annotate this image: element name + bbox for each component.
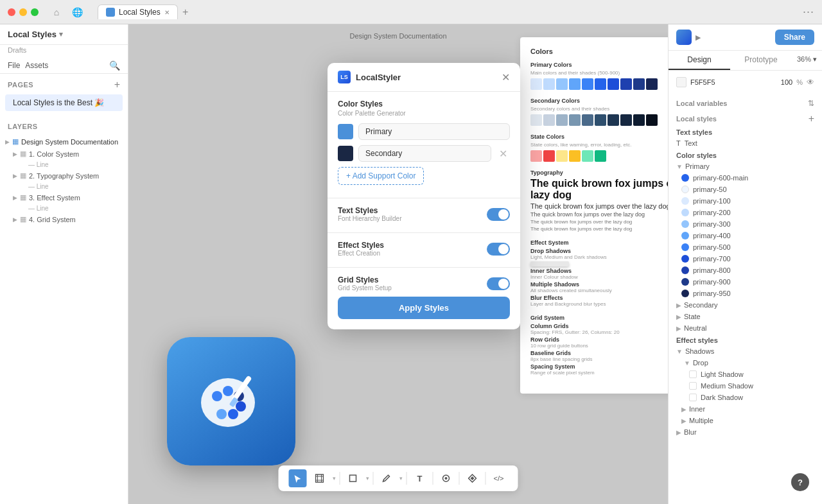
blur-arrow: ▶: [676, 429, 681, 436]
primary-color-group-header[interactable]: ▼ Primary: [669, 161, 822, 172]
secondary-color-input[interactable]: [358, 145, 491, 162]
typo-xxsmall: The quick brown fox jumps over the lazy …: [530, 226, 668, 232]
globe-icon[interactable]: 🌐: [69, 4, 85, 20]
remove-secondary-button[interactable]: ✕: [496, 148, 510, 160]
page-item[interactable]: Local Styles is the Best 🎉: [5, 94, 123, 111]
minimize-traffic-light[interactable]: [19, 8, 27, 16]
primary-300-item[interactable]: primary-300: [669, 218, 822, 230]
fill-color-swatch[interactable]: [676, 77, 686, 87]
effect-styles-label-group: Effect Styles Effect Creation: [338, 241, 384, 257]
grid-section: Grid System Column Grids Spacing: FRS, G…: [530, 315, 668, 376]
medium-shadow-item[interactable]: Medium Shadow: [669, 380, 822, 392]
neutral-color-group-header[interactable]: ▶ Neutral: [669, 322, 822, 334]
right-panel: ▶ Share Design Prototype 36% ▾ F5F5F5 10…: [668, 24, 822, 504]
primary-color-input[interactable]: [358, 123, 510, 140]
more-options-icon[interactable]: ···: [803, 5, 814, 19]
primary-swatch: [646, 78, 658, 90]
add-color-button[interactable]: + Add Support Color: [338, 167, 424, 185]
fill-eye-icon[interactable]: 👁: [807, 78, 814, 87]
pen-tool-button[interactable]: [378, 469, 396, 487]
primary-400-item[interactable]: primary-400: [669, 230, 822, 241]
new-tab-button[interactable]: +: [179, 6, 192, 19]
blur-group-label: Blur: [684, 428, 697, 436]
layer-name: 3. Effect System: [29, 194, 80, 202]
play-icon[interactable]: ▶: [695, 33, 701, 42]
toolbar-separator-2: [373, 472, 374, 485]
primary-600-main-item[interactable]: primary-600-main: [669, 172, 822, 184]
layer-grid[interactable]: ▶ ▦ 4. Grid System: [0, 213, 128, 225]
text-styles-toggle[interactable]: [487, 208, 510, 221]
inner-group-header[interactable]: ▶ Inner: [669, 403, 822, 415]
help-button[interactable]: ?: [791, 473, 809, 491]
svg-point-16: [445, 477, 448, 480]
primary-color-swatch: [338, 124, 353, 139]
close-traffic-light[interactable]: [8, 8, 15, 16]
local-variables-sort-icon[interactable]: ⇅: [808, 99, 814, 108]
assets-menu-item[interactable]: Assets: [25, 61, 48, 70]
color-styles-sub: Color Palette Generator: [338, 110, 510, 117]
select-tool-button[interactable]: [289, 469, 307, 487]
layer-typography[interactable]: ▶ ▦ 2. Typography System: [0, 169, 128, 182]
file-title-caret[interactable]: ▾: [59, 30, 63, 39]
layer-color-system[interactable]: ▶ ▦ 1. Color System: [0, 148, 128, 160]
drop-group-header[interactable]: ▼ Drop: [669, 357, 822, 369]
text-styles-title: Text Styles: [338, 206, 401, 215]
design-doc-canvas: Colors Primary Colors Main colors and th…: [520, 37, 668, 394]
primary-700-dot: [681, 255, 689, 263]
tab-design[interactable]: Design: [669, 51, 730, 70]
primary-50-item[interactable]: primary-50: [669, 184, 822, 195]
code-tool-button[interactable]: </>: [490, 469, 508, 487]
apply-styles-button[interactable]: Apply Styles: [338, 297, 510, 319]
frame-tool-button[interactable]: [311, 469, 329, 487]
primary-900-item[interactable]: primary-900: [669, 276, 822, 288]
home-icon[interactable]: ⌂: [49, 4, 64, 20]
share-button[interactable]: Share: [775, 30, 814, 45]
add-local-style-button[interactable]: +: [809, 113, 814, 125]
plugin-icon-bg: [167, 337, 295, 465]
grid-styles-sub: Grid System Setup: [338, 284, 392, 291]
multiple-group-header[interactable]: ▶ Multiple: [669, 415, 822, 426]
component-tool-button[interactable]: [464, 469, 482, 487]
layer-design-system[interactable]: ▶ ▦ Design System Documentation: [0, 135, 128, 148]
primary-500-item[interactable]: primary-500: [669, 241, 822, 253]
svg-rect-9: [316, 474, 324, 482]
text-styles-toggle-row: Text Styles Font Hierarchy Builder: [338, 206, 510, 222]
primary-800-item[interactable]: primary-800: [669, 265, 822, 276]
file-menu-item[interactable]: File: [8, 61, 20, 70]
rect-tool-button[interactable]: [344, 469, 362, 487]
resources-tool-button[interactable]: [437, 469, 455, 487]
search-icon[interactable]: 🔍: [109, 60, 120, 71]
tab-prototype[interactable]: Prototype: [730, 51, 792, 70]
light-shadow-item[interactable]: Light Shadow: [669, 369, 822, 380]
local-variables-header: Local variables ⇅: [669, 95, 822, 109]
grid-styles-toggle[interactable]: [487, 277, 510, 290]
layer-effect[interactable]: ▶ ▦ 3. Effect System: [0, 191, 128, 204]
tab-close-icon[interactable]: ✕: [164, 9, 170, 16]
text-tool-button[interactable]: T: [411, 469, 429, 487]
local-styles-tab[interactable]: Local Styles ✕: [98, 4, 178, 19]
shadows-group-header[interactable]: ▼ Shadows: [669, 345, 822, 357]
primary-700-item[interactable]: primary-700: [669, 253, 822, 265]
secondary-swatch: [543, 114, 555, 126]
dark-shadow-item[interactable]: Dark Shadow: [669, 392, 822, 403]
popup-close-button[interactable]: ✕: [502, 71, 510, 83]
effect-styles-toggle[interactable]: [487, 243, 510, 256]
main-layout: Local Styles ▾ Drafts File Assets 🔍 Page…: [0, 24, 822, 504]
secondary-color-group-header[interactable]: ▶ Secondary: [669, 299, 822, 311]
maximize-traffic-light[interactable]: [31, 8, 39, 16]
secondary-swatch: [582, 114, 593, 126]
fill-opacity-value[interactable]: 100: [781, 78, 792, 86]
primary-100-item[interactable]: primary-100: [669, 195, 822, 207]
state-swatch: [543, 150, 555, 162]
add-page-button[interactable]: +: [114, 79, 120, 91]
file-subtitle: Drafts: [0, 45, 128, 58]
right-panel-scroll: Local variables ⇅ Local styles + Text st…: [669, 90, 822, 476]
blur-group-header[interactable]: ▶ Blur: [669, 426, 822, 438]
text-style-item[interactable]: T Text: [669, 137, 822, 149]
state-color-group-header[interactable]: ▶ State: [669, 311, 822, 322]
layer-line-2: — Line: [0, 182, 128, 191]
popup-title: LocalStyler: [356, 73, 401, 82]
fill-hex-value[interactable]: F5F5F5: [690, 78, 777, 86]
primary-950-item[interactable]: primary-950: [669, 288, 822, 299]
primary-200-item[interactable]: primary-200: [669, 207, 822, 218]
